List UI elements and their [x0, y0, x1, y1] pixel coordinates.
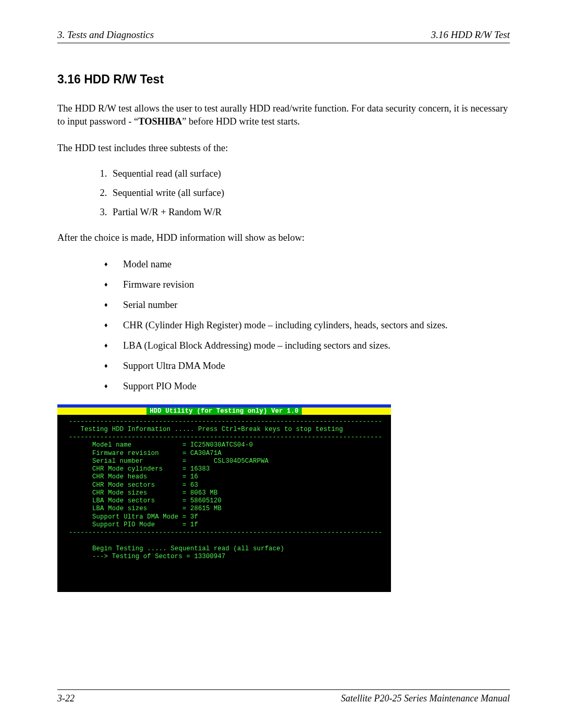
terminal-row: CHR Mode heads = 16	[69, 473, 391, 481]
terminal-row: Serial number = CSL304D5CARPWA	[69, 458, 391, 465]
terminal-title-row: HDD Utility (for Testing only) Ver 1.0	[57, 408, 391, 415]
subtests-list: Sequential read (all surface) Sequential…	[109, 168, 510, 218]
terminal-title: HDD Utility (for Testing only) Ver 1.0	[146, 408, 302, 415]
terminal-dash: ----------------------------------------…	[69, 434, 391, 441]
page-footer: 3-22 Satellite P20-25 Series Maintenance…	[57, 689, 510, 704]
terminal-row: Firmware revision = CA30A71A	[69, 450, 391, 458]
terminal-begin-2: ---> Testing of Sectors = 13300947	[69, 553, 391, 561]
list-item: CHR (Cylinder High Register) mode – incl…	[104, 319, 510, 332]
list-item: Model name	[104, 258, 510, 271]
header-right: 3.16 HDD R/W Test	[431, 29, 510, 41]
header-rule	[57, 43, 510, 43]
terminal-begin-1: Begin Testing ..... Sequential read (all…	[69, 545, 391, 553]
list-item: LBA (Logical Block Addressing) mode – in…	[104, 339, 510, 352]
intro-paragraph: The HDD R/W test allows the user to test…	[57, 102, 510, 128]
list-item: Serial number	[104, 299, 510, 312]
terminal-dash: ----------------------------------------…	[69, 418, 391, 426]
footer-left: 3-22	[57, 693, 75, 704]
terminal-row: CHR Mode sectors = 63	[69, 482, 391, 489]
intro-post: ” before HDD write test starts.	[182, 116, 300, 127]
list-item: Firmware revision	[104, 278, 510, 291]
subtests-lead: The HDD test includes three subtests of …	[57, 142, 510, 155]
info-lead: After the choice is made, HDD informatio…	[57, 231, 510, 244]
header-left: 3. Tests and Diagnostics	[57, 29, 154, 41]
intro-bold: TOSHIBA	[138, 116, 182, 127]
terminal-row: Support Ultra DMA Mode = 3f	[69, 513, 391, 521]
list-item: Support PIO Mode	[104, 380, 510, 393]
terminal-body: ----------------------------------------…	[57, 415, 391, 561]
terminal-row: LBA Mode sizes = 28615 MB	[69, 505, 391, 513]
terminal-row: CHR Mode cylinders = 16383	[69, 465, 391, 473]
footer-right: Satellite P20-25 Series Maintenance Manu…	[341, 693, 510, 704]
terminal-dash: ----------------------------------------…	[69, 529, 391, 537]
list-item: Support Ultra DMA Mode	[104, 360, 510, 373]
terminal-screenshot: HDD Utility (for Testing only) Ver 1.0 -…	[57, 404, 391, 593]
list-item: Sequential read (all surface)	[109, 168, 510, 179]
terminal-row: Support PIO Mode = 1f	[69, 521, 391, 529]
page-header: 3. Tests and Diagnostics 3.16 HDD R/W Te…	[57, 29, 510, 41]
info-list: Model name Firmware revision Serial numb…	[104, 258, 510, 393]
terminal-heading: Testing HDD Information ..... Press Ctrl…	[69, 426, 391, 434]
terminal-row: LBA Mode sectors = 58605120	[69, 497, 391, 505]
terminal-row: CHR Mode sizes = 8063 MB	[69, 489, 391, 497]
list-item: Partial W/R + Random W/R	[109, 207, 510, 218]
list-item: Sequential write (all surface)	[109, 188, 510, 199]
section-title: 3.16 HDD R/W Test	[57, 72, 510, 87]
footer-rule	[57, 689, 510, 690]
terminal-row: Model name = IC25N030ATCS04-0	[69, 441, 391, 449]
terminal-row	[69, 537, 391, 545]
